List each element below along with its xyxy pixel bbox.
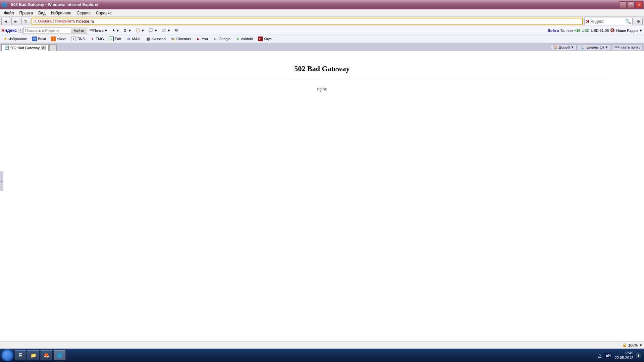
usd-indicator: USD — [582, 28, 589, 33]
yandex-search-logo: Я — [586, 19, 589, 24]
page-content: 502 Bad Gateway nginx — [0, 51, 644, 98]
read-mail-icon: ✉ — [614, 45, 618, 50]
yandex-toolbar-btn5[interactable]: 💬 ▼ — [147, 27, 159, 34]
yandex-toolbar-btn6[interactable]: 📰 ▼ — [160, 27, 172, 34]
channels-dropdown-icon: ▼ — [605, 45, 608, 49]
menu-help[interactable]: Справка — [93, 10, 114, 16]
desktop-icon: 🖥 — [18, 352, 23, 358]
bookmark-wiki[interactable]: W Вики — [30, 36, 48, 42]
mail-bm-icon: ✉ — [126, 37, 131, 41]
channels-button[interactable]: 📡 Каналы (J) ▼ — [578, 44, 611, 50]
yandex-toolbar-btn2[interactable]: ★ ▼ — [110, 27, 121, 34]
bookmark-tins[interactable]: T TiNS — [69, 36, 87, 42]
taskbar-show-desktop-btn[interactable]: ▮ — [636, 353, 641, 358]
yandex-small-logo[interactable]: я — [18, 28, 22, 33]
content-wrapper: ◄ 502 Bad Gateway nginx — [0, 51, 644, 341]
taskbar-notifications[interactable]: △ — [598, 353, 602, 358]
taskbar-firefox[interactable]: 🦊 — [41, 350, 52, 360]
tmg-icon: T — [90, 37, 95, 41]
bookmarks-bar: ★ Избранное W Вики e eKool T TiNS T TMG … — [0, 35, 644, 43]
yandex-search-input[interactable] — [590, 19, 624, 24]
yandex-toolbar-mail-button[interactable]: ✉ Почта ▼ — [88, 27, 109, 34]
chevron-down-icon2: ▼ — [128, 28, 131, 33]
home-dropdown-icon: ▼ — [571, 45, 574, 49]
restore-button[interactable]: ❐ — [627, 1, 635, 8]
left-sidebar-tab[interactable]: ◄ — [0, 171, 3, 191]
radio-label[interactable]: Наше Радио — [616, 28, 638, 33]
chevron-down-icon5: ▼ — [167, 28, 171, 33]
tab-active[interactable]: 🔄 502 Bad Gateway ✕ — [1, 44, 49, 51]
cinemas-icon: 🎭 — [171, 37, 175, 41]
bookmark-cinemas[interactable]: 🎭 Cinemas — [168, 36, 193, 42]
yandex-toolbar-btn3[interactable]: 🗓 ▼ — [122, 27, 133, 34]
clock-time: 12:49 — [615, 351, 633, 355]
channels-icon: 📡 — [580, 45, 585, 50]
yandex-signin-link[interactable]: Войти — [548, 28, 559, 33]
bookmark-mail[interactable]: ✉ MAIL — [124, 36, 143, 42]
star-icon: ★ — [4, 37, 7, 41]
bookmark-you[interactable]: ▶ You — [194, 36, 210, 42]
taskbar-explorer[interactable]: 📁 — [28, 350, 39, 360]
clock-date: 22.05.2012 — [615, 355, 633, 360]
new-tab-button[interactable] — [49, 44, 57, 51]
status-right: 🔒 100% ▼ — [622, 343, 643, 347]
home-button[interactable]: 🏠 Домой ▼ — [551, 44, 576, 50]
minimize-button[interactable]: − — [619, 1, 627, 8]
menu-file[interactable]: Файл — [1, 10, 17, 16]
error-title: 502 Bad Gateway — [7, 64, 637, 73]
taskbar-clock: 12:49 22.05.2012 — [615, 351, 633, 360]
window-title: 502 Bad Gateway - Windows Internet Explo… — [10, 2, 618, 7]
hauc-icon: H — [258, 37, 263, 41]
yandex-search-go-button[interactable]: 🔍 — [625, 19, 631, 24]
error-page: 502 Bad Gateway nginx — [0, 51, 644, 98]
google-icon: G — [213, 37, 218, 41]
chevron-down-icon3: ▼ — [141, 28, 145, 33]
menu-view[interactable]: Вид — [36, 10, 48, 16]
yandex-toolbar-btn4[interactable]: 📋 ▼ — [134, 27, 146, 34]
bookmark-kinozal[interactable]: 🎬 Кинозал — [144, 36, 168, 42]
chevron-down-icon4: ▼ — [154, 28, 158, 33]
bookmark-tmg[interactable]: T TMG — [88, 36, 106, 42]
refresh-button[interactable]: ↻ — [21, 18, 30, 25]
taskbar-language: EN — [604, 353, 612, 358]
radio-mute-icon: 🔇 — [610, 28, 615, 33]
mail-dropdown-icon: ▼ — [104, 28, 108, 33]
menu-tools[interactable]: Сервис — [74, 10, 93, 16]
tab-right-controls: 🏠 Домой ▼ 📡 Каналы (J) ▼ ✉ Читать почту — [551, 44, 643, 51]
okidoki-icon: ★ — [235, 37, 240, 41]
taskbar-show-desktop[interactable]: 🖥 — [15, 350, 26, 360]
radio-dropdown-icon: ▼ — [639, 28, 643, 33]
address-input-container: ⚠ Ошибка сертификата hideme.ru — [32, 18, 583, 25]
menu-bar: Файл Правка Вид Избранное Сервис Справка — [0, 9, 644, 17]
you-icon: ▶ — [196, 37, 201, 41]
tab-close-button[interactable]: ✕ — [41, 46, 46, 50]
menu-favorites[interactable]: Избранное — [48, 10, 74, 16]
tab-loading-icon: 🔄 — [4, 46, 9, 50]
close-button[interactable]: ✕ — [635, 1, 643, 8]
tools-button[interactable]: ⚙ — [634, 18, 643, 25]
bookmark-okidoki[interactable]: ★ okidoki — [233, 36, 255, 42]
start-button[interactable] — [1, 349, 13, 361]
back-button[interactable]: ◄ — [1, 18, 10, 25]
yandex-toolbar-find-button[interactable]: Найти — [71, 27, 87, 34]
forward-button[interactable]: ► — [11, 18, 20, 25]
read-mail-button[interactable]: ✉ Читать почту — [612, 44, 643, 50]
yandex-toolbar-search-input[interactable] — [24, 28, 71, 33]
menu-edit[interactable]: Правка — [17, 10, 36, 16]
taskbar: 🖥 📁 🦊 🌐 △ EN 12:49 22.05.2012 ▮ — [0, 349, 644, 362]
error-divider — [38, 80, 606, 80]
yandex-toolbar-settings-button[interactable]: ⚙ — [173, 27, 180, 34]
yandex-temp: +16 — [574, 28, 581, 33]
cert-warning-icon[interactable]: ⚠ Ошибка сертификата — [34, 19, 75, 23]
bookmark-hauc[interactable]: H Хаус — [256, 36, 274, 42]
tab-bar: 🔄 502 Bad Gateway ✕ 🏠 Домой ▼ 📡 Каналы (… — [0, 43, 644, 51]
yandex-toolbar: Яндекс я Найти ✉ Почта ▼ ★ ▼ 🗓 ▼ 📋 ▼ 💬 ▼… — [0, 26, 644, 35]
ekool-icon: e — [51, 37, 56, 41]
bookmark-tak[interactable]: T ТАК — [107, 36, 124, 42]
firefox-icon: 🦊 — [44, 353, 49, 358]
bookmark-favorites[interactable]: ★ Избранное — [1, 36, 30, 42]
bookmark-ekool[interactable]: e eKool — [49, 36, 68, 42]
address-url: hideme.ru — [76, 19, 581, 24]
taskbar-ie[interactable]: 🌐 — [54, 350, 65, 360]
bookmark-google[interactable]: G Google — [211, 36, 233, 42]
